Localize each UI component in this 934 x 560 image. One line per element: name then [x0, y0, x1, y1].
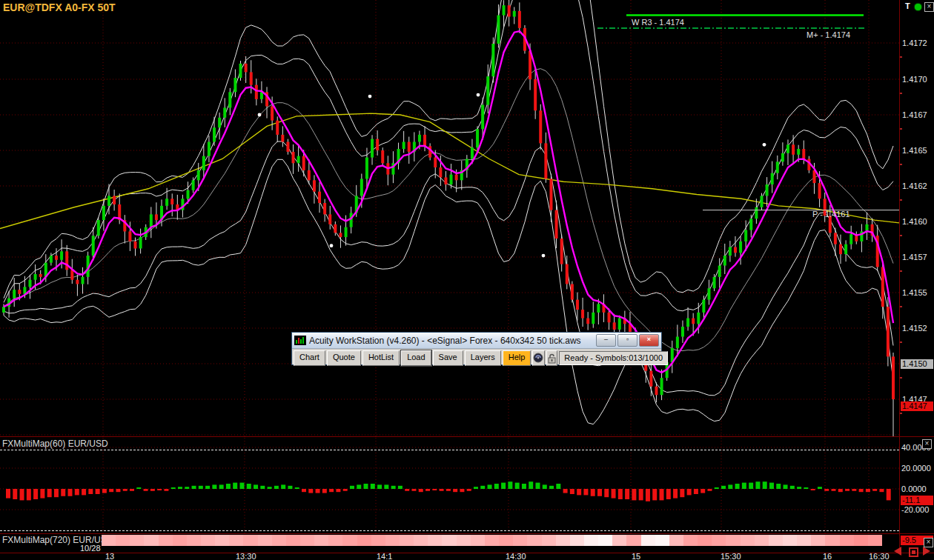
heatmap-segment [612, 535, 627, 546]
lower-threshold-line [0, 530, 899, 531]
heatmap-segment [741, 535, 755, 546]
fxmultimap720-heatmap [0, 535, 899, 546]
heatmap-segment [400, 535, 414, 546]
lock-icon[interactable] [546, 350, 557, 366]
toolbar-button-layers[interactable]: Layers [465, 350, 501, 366]
time-axis-label: 13:30 [236, 552, 256, 560]
heatmap-segment [698, 535, 712, 546]
heatmap-segment [655, 535, 670, 546]
heatmap-segment [854, 535, 869, 546]
heatmap-segment [173, 535, 188, 546]
toolbar-button-quote[interactable]: Quote [327, 350, 361, 366]
main-chart-close-icon[interactable]: × [924, 2, 934, 12]
heatmap-segment [258, 535, 273, 546]
toolbar-button-hotlist[interactable]: HotList [362, 350, 400, 366]
yellow-ma-line [0, 113, 899, 229]
heatmap-segment [144, 535, 159, 546]
heatmap-segment [726, 535, 741, 546]
heatmap-segment [626, 535, 641, 546]
fxmultimap60-close-icon[interactable]: × [922, 439, 932, 449]
heatmap-segment [556, 535, 571, 546]
price-axis-label: 1.4157 [902, 253, 927, 261]
panel-divider [0, 553, 934, 553]
heatmap-segment [542, 535, 557, 546]
scroll-home-button[interactable] [909, 547, 918, 557]
price-axis-label: 1.4165 [902, 146, 927, 155]
heatmap-segment [457, 535, 471, 546]
symbol-title: EUR@TDFX A0-FX 50T [3, 1, 116, 13]
toolbar-button-save[interactable]: Save [433, 350, 463, 366]
time-axis-label: 14:1 [377, 552, 392, 560]
scroll-right-arrow[interactable] [923, 547, 930, 556]
heatmap-segment [840, 535, 855, 546]
fxmultimap60-histogram [0, 438, 899, 533]
heatmap-segment [513, 535, 528, 546]
heatmap-segment [584, 535, 599, 546]
heatmap-segment [527, 535, 542, 546]
heatmap-segment [769, 535, 784, 546]
candles-layer [2, 0, 895, 436]
histogram-bars-layer [6, 481, 891, 501]
status-bar: Ready - Symbols:013/1000 [559, 351, 668, 365]
axis-border-line [899, 0, 900, 553]
heatmap-segment [598, 535, 613, 546]
heatmap-segment [712, 535, 726, 546]
heatmap-segment [385, 535, 400, 546]
panel-divider [0, 533, 934, 534]
chart-tool-button[interactable]: T [905, 1, 910, 10]
acuity-toolbar-window[interactable]: Acuity WorkStation (v4.260) - <eSignal> … [291, 332, 662, 365]
heatmap-segment [471, 535, 486, 546]
time-axis-label: 16 [823, 552, 832, 560]
heatmap-segment [811, 535, 826, 546]
prev-price-marker: 1.4150 [901, 359, 933, 369]
toolbar-button-chart[interactable]: Chart [294, 350, 325, 366]
heatmap-segment [570, 535, 585, 546]
heatmap-segment [868, 535, 883, 546]
heatmap-segment [159, 535, 173, 546]
heatmap-segment [272, 535, 287, 546]
heatmap-segment [328, 535, 343, 546]
panel-divider [0, 436, 934, 437]
close-button[interactable]: × [639, 334, 659, 347]
heatmap-segment [428, 535, 443, 546]
heatmap-segment [499, 535, 514, 546]
restore-button[interactable]: ▫ [617, 334, 637, 347]
time-axis-label: 15 [632, 552, 640, 560]
fxmultimap60-value-badge: -11.1 [901, 496, 933, 505]
heatmap-segment [342, 535, 357, 546]
indicator-axis-label: 20.0000 [901, 464, 931, 473]
window-title-bar[interactable]: Acuity WorkStation (v4.260) - <eSignal> … [292, 333, 661, 349]
indicator-axis-label: 0.0000 [901, 484, 927, 493]
heatmap-segment [797, 535, 812, 546]
heatmap-segment [215, 535, 230, 546]
grid-layer [0, 0, 899, 436]
heatmap-segment [783, 535, 798, 546]
price-axis-label: 1.4155 [902, 288, 927, 297]
last-price-marker: 1.4147 [901, 401, 933, 411]
heatmap-segment [669, 535, 684, 546]
toolbar-button-load[interactable]: Load [401, 350, 431, 366]
price-axis-label: 1.4170 [902, 75, 927, 84]
minimize-button[interactable]: – [596, 334, 616, 347]
app-icon [294, 336, 306, 345]
connect-icon[interactable] [532, 350, 545, 366]
toolbar-button-help[interactable]: Help [503, 350, 531, 366]
heatmap-segment [641, 535, 656, 546]
svg-text:P - 1.4161: P - 1.4161 [812, 210, 850, 219]
heatmap-segment [229, 535, 244, 546]
heatmap-segment [755, 535, 769, 546]
heatmap-segment [201, 535, 216, 546]
heatmap-segment [187, 535, 202, 546]
fxmultimap60-title: FXMultiMap(60) EUR/USD [2, 439, 108, 449]
time-axis-label: 15:30 [721, 552, 741, 560]
time-axis-label: 13 [105, 552, 114, 560]
svg-text:W R3 - 1.4174: W R3 - 1.4174 [632, 18, 684, 27]
heatmap-segment [300, 535, 315, 546]
heatmap-segment [130, 535, 145, 546]
heatmap-segment [442, 535, 457, 546]
price-axis-label: 1.4162 [902, 181, 927, 190]
indicator-axis-label: -20.000 [901, 505, 929, 514]
scroll-left-arrow[interactable] [894, 547, 901, 556]
price-axis-label: 1.4172 [902, 39, 927, 47]
heatmap-segment [116, 535, 130, 546]
